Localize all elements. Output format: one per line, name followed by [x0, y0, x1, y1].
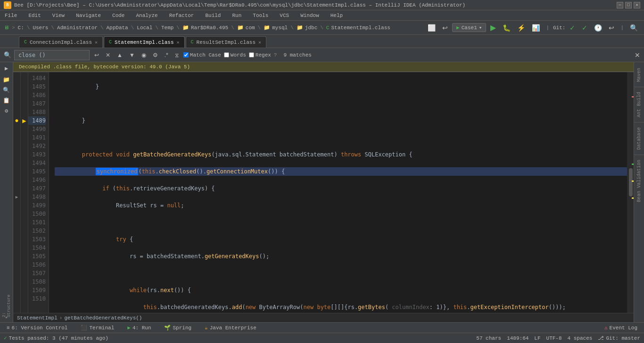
- char-count[interactable]: 57 chars: [476, 335, 501, 341]
- tab-resultset-impl[interactable]: C ResultSetImpl.class ✕: [186, 36, 266, 48]
- toolbar-back-btn[interactable]: ↩: [440, 23, 450, 33]
- search-filter-btn[interactable]: ⧖: [173, 51, 181, 59]
- search-prev-btn[interactable]: ↩: [92, 51, 101, 59]
- git-revert[interactable]: ↩: [606, 23, 617, 33]
- code-area[interactable]: ● ▶: [13, 72, 634, 313]
- breadcrumb-mysql[interactable]: 📁: [264, 24, 270, 31]
- search-regex[interactable]: Regex: [249, 52, 271, 58]
- close-button[interactable]: ✕: [634, 2, 640, 8]
- menu-navigate[interactable]: Navigate: [73, 12, 104, 19]
- breadcrumb-class-name[interactable]: StatementImpl: [17, 315, 58, 321]
- indent[interactable]: 4 spaces: [568, 335, 593, 341]
- tab-statement-impl[interactable]: C StatementImpl.class ✕: [104, 36, 184, 48]
- gutter-1509: [13, 286, 20, 294]
- sidebar-icon4[interactable]: ⚙: [1, 106, 12, 116]
- encoding[interactable]: UTF-8: [546, 335, 562, 341]
- menu-refactor[interactable]: Refactor: [166, 12, 197, 19]
- breadcrumb-mysql-text[interactable]: mysql: [272, 25, 288, 31]
- tests-passed[interactable]: ✓ Tests passed: 3 (47 minutes ago): [4, 335, 108, 341]
- git-check2[interactable]: ✓: [579, 23, 590, 33]
- scrollbar-thumb[interactable]: [629, 168, 633, 196]
- search-words[interactable]: Words: [224, 52, 246, 58]
- tab-run[interactable]: ▶ 4: Run: [124, 324, 154, 332]
- menu-edit[interactable]: Edit: [25, 12, 43, 19]
- line-num-1500: 1500: [28, 210, 46, 218]
- right-panels: Maven Ant Build Database Bean Validation: [634, 62, 644, 322]
- panel-ant-build[interactable]: Ant Build: [636, 88, 643, 121]
- menu-build[interactable]: Build: [202, 12, 223, 19]
- menu-run[interactable]: Run: [229, 12, 244, 19]
- gutter-1497: [13, 184, 20, 193]
- menu-analyze[interactable]: Analyze: [133, 12, 160, 19]
- breadcrumb-admin[interactable]: Administrator: [57, 25, 98, 31]
- menu-vcs[interactable]: VCS: [277, 12, 292, 19]
- breadcrumb-class[interactable]: StatementImpl.class: [331, 25, 390, 31]
- minimize-button[interactable]: —: [617, 2, 623, 8]
- vertical-scrollbar[interactable]: [627, 72, 634, 313]
- git-history[interactable]: 🕐: [592, 23, 604, 33]
- terminal-icon: ⬛: [81, 325, 87, 331]
- profile-button[interactable]: 📊: [529, 23, 542, 33]
- fold-marker-icon[interactable]: ▶: [16, 193, 18, 201]
- tab-java-enterprise[interactable]: ☕ Java Enterprise: [202, 324, 259, 332]
- panel-bean-validation[interactable]: Bean Validation: [636, 156, 643, 206]
- breadcrumb-com[interactable]: 📁: [237, 24, 244, 31]
- close-tab-statement[interactable]: ✕: [177, 40, 180, 45]
- debug-button[interactable]: 🐛: [500, 23, 513, 33]
- search-input[interactable]: [14, 50, 90, 60]
- breadcrumb-method-name[interactable]: getBatchedGeneratedKeys(): [64, 315, 142, 321]
- sidebar-icon2[interactable]: 🔍: [1, 85, 12, 95]
- toolbar-action-btn[interactable]: ⬜: [425, 23, 438, 33]
- search-up-btn[interactable]: ▲: [115, 51, 124, 59]
- coverage-button[interactable]: ⚡: [515, 23, 528, 33]
- close-tab-resultset[interactable]: ✕: [258, 40, 261, 45]
- breadcrumb-users[interactable]: Users: [33, 25, 48, 31]
- search-close-btn[interactable]: ✕: [635, 51, 640, 59]
- search-everywhere[interactable]: 🔍: [627, 23, 640, 33]
- search-down-btn[interactable]: ▼: [127, 51, 137, 59]
- run-button[interactable]: ▶: [488, 22, 498, 33]
- search-match-case[interactable]: Match Case: [183, 52, 221, 58]
- search-options-btn[interactable]: ⚙: [151, 51, 160, 59]
- sidebar-structure[interactable]: 2: Structure: [1, 301, 12, 311]
- git-branch[interactable]: ⎇ Git: master: [598, 335, 640, 341]
- breadcrumb-c[interactable]: C:: [18, 25, 24, 31]
- panel-maven[interactable]: Maven: [636, 64, 643, 86]
- panel-database[interactable]: Database: [636, 123, 643, 154]
- maximize-button[interactable]: □: [625, 2, 632, 8]
- breadcrumb-jdbc-text[interactable]: jdbc: [305, 25, 317, 31]
- close-tab-connection[interactable]: ✕: [95, 40, 98, 45]
- breadcrumb-item[interactable]: 🖥: [4, 24, 9, 31]
- case-dropdown[interactable]: ▶ Case1 ▾: [452, 23, 486, 32]
- code-content[interactable]: } } protected void getBatchedGeneratedKe…: [49, 72, 627, 313]
- sidebar-project-toggle[interactable]: ▶: [1, 63, 12, 74]
- line-num-1486: 1486: [28, 91, 46, 99]
- breadcrumb-rar[interactable]: 📁: [182, 24, 189, 31]
- menu-file[interactable]: File: [2, 12, 20, 19]
- menu-tools[interactable]: Tools: [250, 12, 271, 19]
- sidebar-icon3[interactable]: 📋: [1, 95, 12, 106]
- breadcrumb-appdata[interactable]: AppData: [106, 25, 128, 31]
- tab-spring[interactable]: 🌱 Spring: [161, 324, 194, 332]
- search-regex-btn[interactable]: .*: [163, 51, 170, 59]
- tab-connection-impl[interactable]: C ConnectionImpl.class ✕: [19, 36, 103, 48]
- tab-version-control[interactable]: ≡ 6: Version Control: [4, 324, 70, 332]
- menu-code[interactable]: Code: [109, 12, 127, 19]
- code-line-1491: ResultSet rs = null;: [55, 201, 627, 210]
- tab-event-log[interactable]: ⚠ Event Log: [602, 324, 640, 332]
- line-ending[interactable]: LF: [534, 335, 540, 341]
- search-clear-btn[interactable]: ✕: [104, 51, 112, 59]
- sidebar-icon1[interactable]: 📁: [1, 74, 12, 85]
- breadcrumb-jdbc[interactable]: 📁: [297, 24, 303, 31]
- breadcrumb-temp[interactable]: Temp: [161, 25, 173, 31]
- breadcrumb-local[interactable]: Local: [137, 25, 152, 31]
- breadcrumb-com-text[interactable]: com: [246, 25, 255, 31]
- search-find-all-btn[interactable]: ◉: [140, 51, 148, 59]
- menu-view[interactable]: View: [50, 12, 67, 19]
- cursor-position[interactable]: 1489:64: [507, 335, 528, 341]
- git-check1[interactable]: ✓: [567, 23, 578, 33]
- tab-terminal[interactable]: ⬛ Terminal: [78, 324, 117, 332]
- breadcrumb-rar-text[interactable]: Rar$DRa0.495: [191, 25, 228, 31]
- menu-window[interactable]: Window: [297, 12, 322, 19]
- menu-help[interactable]: Help: [328, 12, 346, 19]
